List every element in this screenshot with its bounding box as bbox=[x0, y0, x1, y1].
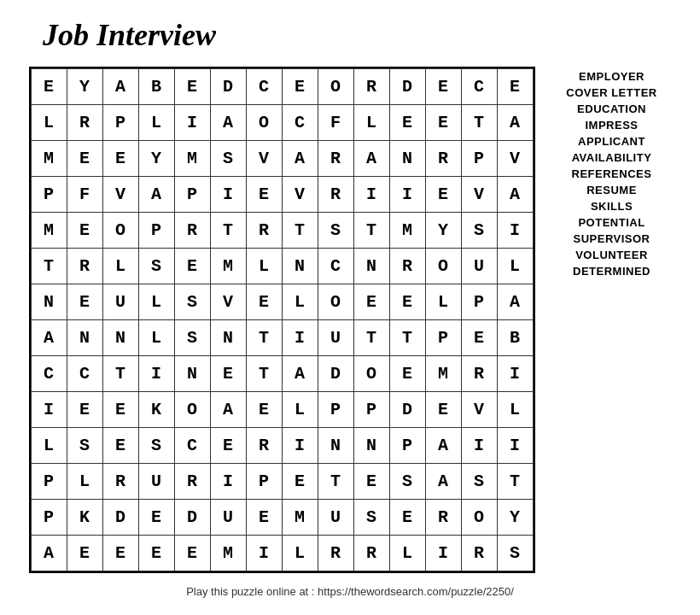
grid-cell: T bbox=[318, 464, 353, 500]
grid-cell: E bbox=[246, 392, 282, 428]
grid-cell: P bbox=[102, 105, 138, 141]
grid-cell: U bbox=[102, 284, 138, 320]
grid-cell: E bbox=[67, 213, 102, 249]
word-item: DETERMINED bbox=[573, 265, 650, 278]
grid-cell: V bbox=[497, 141, 533, 177]
grid-cell: K bbox=[67, 500, 102, 536]
grid-cell: C bbox=[67, 356, 102, 392]
grid-cell: V bbox=[282, 177, 318, 213]
grid-cell: E bbox=[282, 464, 318, 500]
grid-cell: N bbox=[210, 320, 246, 356]
grid-cell: N bbox=[31, 284, 67, 320]
grid-cell: P bbox=[461, 284, 497, 320]
grid-cell: S bbox=[138, 249, 174, 284]
grid-cell: N bbox=[67, 320, 102, 356]
grid-cell: E bbox=[353, 284, 389, 320]
grid-cell: T bbox=[461, 105, 497, 141]
grid-cell: N bbox=[318, 428, 353, 464]
word-item: COVER LETTER bbox=[566, 86, 656, 99]
grid-cell: E bbox=[246, 500, 282, 536]
grid-cell: C bbox=[246, 69, 282, 105]
grid-cell: N bbox=[102, 320, 138, 356]
grid-cell: M bbox=[389, 213, 425, 249]
grid-cell: L bbox=[67, 464, 102, 500]
grid-cell: S bbox=[67, 428, 102, 464]
grid-cell: I bbox=[246, 536, 282, 571]
grid-cell: E bbox=[210, 428, 246, 464]
grid-cell: A bbox=[282, 141, 318, 177]
grid-cell: U bbox=[138, 464, 174, 500]
grid-cell: R bbox=[246, 213, 282, 249]
grid-cell: L bbox=[282, 284, 318, 320]
grid-cell: T bbox=[497, 464, 533, 500]
grid-cell: L bbox=[425, 284, 461, 320]
grid-cell: R bbox=[174, 464, 210, 500]
grid-cell: S bbox=[389, 464, 425, 500]
grid-cell: N bbox=[174, 356, 210, 392]
grid-cell: E bbox=[67, 392, 102, 428]
grid-cell: A bbox=[497, 177, 533, 213]
grid-cell: R bbox=[389, 249, 425, 284]
grid-cell: A bbox=[210, 105, 246, 141]
grid-cell: U bbox=[318, 500, 353, 536]
grid-cell: S bbox=[174, 284, 210, 320]
grid-cell: M bbox=[210, 249, 246, 284]
grid-cell: F bbox=[318, 105, 353, 141]
grid-cell: O bbox=[318, 69, 353, 105]
grid-cell: I bbox=[210, 177, 246, 213]
grid-cell: E bbox=[389, 284, 425, 320]
grid-cell: S bbox=[461, 213, 497, 249]
grid-cell: M bbox=[174, 141, 210, 177]
grid-cell: A bbox=[353, 141, 389, 177]
grid-cell: P bbox=[389, 428, 425, 464]
grid-cell: D bbox=[389, 69, 425, 105]
page-title: Job Interview bbox=[43, 17, 216, 53]
word-search-grid: EYABEDCEORDECELRPLIAOCFLEETAMEEYMSVARANR… bbox=[29, 67, 535, 573]
grid-cell: V bbox=[102, 177, 138, 213]
grid-cell: E bbox=[246, 177, 282, 213]
grid-cell: E bbox=[174, 249, 210, 284]
grid-cell: O bbox=[102, 213, 138, 249]
grid-cell: P bbox=[174, 177, 210, 213]
grid-cell: R bbox=[461, 356, 497, 392]
grid-cell: L bbox=[389, 536, 425, 571]
grid-cell: E bbox=[102, 428, 138, 464]
word-item: RESUME bbox=[586, 184, 637, 196]
grid-cell: L bbox=[353, 105, 389, 141]
grid-cell: O bbox=[461, 500, 497, 536]
grid-cell: S bbox=[353, 500, 389, 536]
grid-cell: E bbox=[425, 177, 461, 213]
grid-cell: P bbox=[353, 392, 389, 428]
grid-cell: I bbox=[497, 428, 533, 464]
grid-cell: T bbox=[31, 249, 67, 284]
grid-cell: Y bbox=[67, 69, 102, 105]
grid-cell: E bbox=[282, 69, 318, 105]
grid-cell: S bbox=[138, 428, 174, 464]
word-item: IMPRESS bbox=[585, 119, 638, 132]
grid-cell: U bbox=[318, 320, 353, 356]
grid-cell: E bbox=[425, 392, 461, 428]
grid-cell: N bbox=[353, 249, 389, 284]
grid-cell: R bbox=[353, 69, 389, 105]
grid-cell: E bbox=[138, 536, 174, 571]
grid-cell: L bbox=[497, 392, 533, 428]
grid-cell: L bbox=[138, 284, 174, 320]
grid-cell: V bbox=[210, 284, 246, 320]
grid-cell: L bbox=[282, 392, 318, 428]
word-list: EMPLOYERCOVER LETTEREDUCATIONIMPRESSAPPL… bbox=[552, 67, 672, 278]
word-item: EDUCATION bbox=[577, 102, 646, 115]
grid-cell: E bbox=[174, 69, 210, 105]
grid-cell: R bbox=[425, 500, 461, 536]
grid-cell: C bbox=[31, 356, 67, 392]
grid-cell: R bbox=[318, 177, 353, 213]
word-item: APPLICANT bbox=[578, 135, 645, 148]
grid-cell: P bbox=[425, 320, 461, 356]
grid-cell: A bbox=[31, 536, 67, 571]
grid-cell: E bbox=[389, 105, 425, 141]
word-item: VOLUNTEER bbox=[575, 249, 648, 261]
grid-cell: I bbox=[282, 428, 318, 464]
grid-cell: M bbox=[31, 141, 67, 177]
grid-cell: D bbox=[174, 500, 210, 536]
grid-cell: M bbox=[425, 356, 461, 392]
word-item: SKILLS bbox=[591, 200, 633, 213]
